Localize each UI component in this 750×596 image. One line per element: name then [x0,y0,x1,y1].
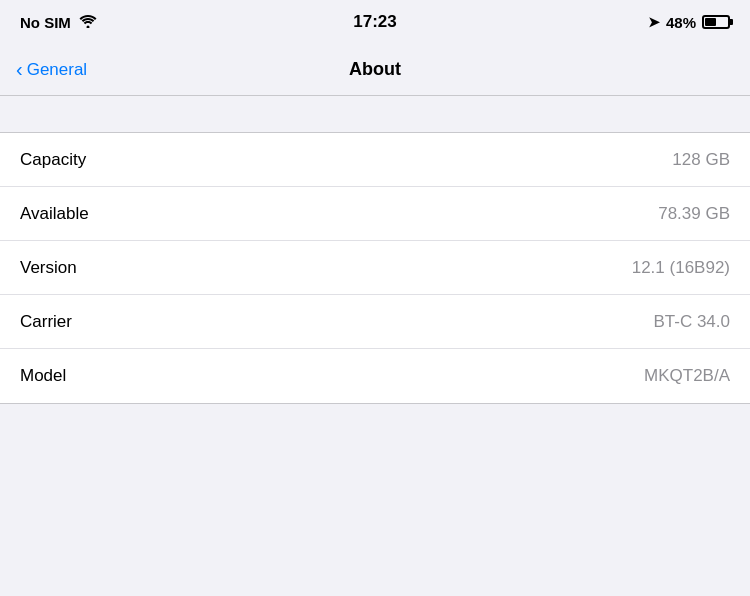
row-label: Version [20,258,77,278]
location-icon: ➤ [648,14,660,30]
settings-row: ModelMKQT2B/A [0,349,750,403]
row-label: Available [20,204,89,224]
settings-row: Version12.1 (16B92) [0,241,750,295]
back-chevron-icon: ‹ [16,59,23,79]
battery-percent: 48% [666,14,696,31]
nav-bar: ‹ General About [0,44,750,96]
battery-icon [702,15,730,29]
row-value: 78.39 GB [658,204,730,224]
row-value: BT-C 34.0 [653,312,730,332]
battery-fill [705,18,716,26]
settings-row: Available78.39 GB [0,187,750,241]
row-label: Carrier [20,312,72,332]
svg-point-0 [86,25,89,28]
status-bar: No SIM 17:23 ➤ 48% [0,0,750,44]
row-value: 128 GB [672,150,730,170]
section-gap [0,96,750,132]
status-right: ➤ 48% [648,14,730,31]
row-label: Capacity [20,150,86,170]
settings-row: Capacity128 GB [0,133,750,187]
wifi-icon [79,14,97,31]
back-button[interactable]: ‹ General [16,60,87,80]
settings-list: Capacity128 GBAvailable78.39 GBVersion12… [0,132,750,404]
row-value: 12.1 (16B92) [632,258,730,278]
back-label: General [27,60,87,80]
row-value: MKQT2B/A [644,366,730,386]
settings-row: CarrierBT-C 34.0 [0,295,750,349]
carrier-label: No SIM [20,14,71,31]
page-title: About [349,59,401,80]
row-label: Model [20,366,66,386]
status-time: 17:23 [353,12,396,32]
status-left: No SIM [20,14,97,31]
